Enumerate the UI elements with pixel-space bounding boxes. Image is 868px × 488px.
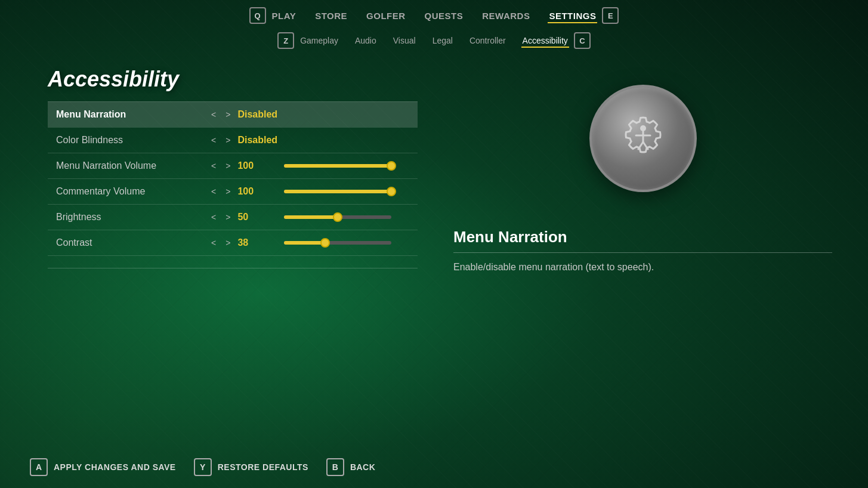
top-nav: Q PLAY STORE GOLFER QUESTS REWARDS SETTI… — [0, 0, 868, 29]
setting-label-narration-volume: Menu Narration Volume — [48, 153, 209, 178]
arrow-left-narration-volume[interactable]: < — [209, 160, 218, 172]
setting-value-contrast: 38 — [237, 237, 279, 248]
back-button[interactable]: B BACK — [326, 458, 375, 476]
nav-item-golfer[interactable]: GOLFER — [365, 8, 407, 23]
back-key: B — [326, 458, 344, 476]
table-row[interactable]: Brightness < > 50 — [48, 204, 418, 230]
tab-accessibility[interactable]: Accessibility — [521, 33, 569, 48]
setting-controls-menu-narration: < > Disabled — [209, 109, 418, 121]
nav-item-settings[interactable]: SETTINGS — [548, 8, 597, 23]
nav-items: PLAY STORE GOLFER QUESTS REWARDS SETTING… — [271, 8, 598, 23]
tab-visual[interactable]: Visual — [392, 33, 417, 48]
back-label: BACK — [350, 462, 375, 472]
tab-legal[interactable]: Legal — [431, 33, 454, 48]
restore-key: Y — [194, 458, 212, 476]
restore-label: RESTORE DEFAULTS — [218, 462, 308, 472]
setting-value-narration-volume: 100 — [237, 160, 279, 171]
description-section: Menu Narration Enable/disable menu narra… — [453, 216, 832, 274]
nav-item-quests[interactable]: QUESTS — [424, 8, 465, 23]
arrow-left-menu-narration[interactable]: < — [209, 109, 218, 121]
bottom-divider — [48, 268, 418, 268]
setting-controls-commentary-volume: < > 100 — [209, 186, 418, 197]
sub-nav-right-key: C — [574, 32, 591, 49]
arrow-left-commentary-volume[interactable]: < — [209, 186, 218, 197]
setting-controls-narration-volume: < > 100 — [209, 160, 418, 172]
arrow-right-narration-volume[interactable]: > — [223, 160, 233, 172]
tab-controller[interactable]: Controller — [468, 33, 507, 48]
apply-button[interactable]: A APPLY CHANGES AND SAVE — [30, 458, 176, 476]
nav-left-key: Q — [249, 7, 266, 24]
setting-label-menu-narration: Menu Narration — [48, 102, 209, 127]
table-row[interactable]: Menu Narration < > Disabled — [48, 101, 418, 127]
nav-item-rewards[interactable]: REWARDS — [481, 8, 531, 23]
table-row[interactable]: Contrast < > 38 — [48, 230, 418, 256]
accessibility-icon — [589, 85, 697, 192]
bottom-bar: A APPLY CHANGES AND SAVE Y RESTORE DEFAU… — [0, 458, 868, 476]
setting-controls-brightness: < > 50 — [209, 211, 418, 223]
table-row[interactable]: Commentary Volume < > 100 — [48, 178, 418, 204]
tab-audio[interactable]: Audio — [354, 33, 378, 48]
setting-label-contrast: Contrast — [48, 230, 209, 255]
arrow-right-contrast[interactable]: > — [223, 237, 233, 249]
page-title: Accessibility — [48, 67, 418, 92]
setting-label-color-blindness: Color Blindness — [48, 128, 209, 153]
restore-button[interactable]: Y RESTORE DEFAULTS — [194, 458, 308, 476]
table-row[interactable]: Menu Narration Volume < > 100 — [48, 153, 418, 178]
setting-controls-color-blindness: < > Disabled — [209, 134, 418, 146]
sub-nav-left-key: Z — [277, 32, 294, 49]
svg-line-3 — [638, 142, 643, 149]
svg-line-4 — [643, 142, 648, 149]
main-content: Accessibility Menu Narration < > Disable… — [0, 55, 868, 274]
slider-narration-volume[interactable] — [284, 164, 391, 168]
slider-contrast[interactable] — [284, 241, 391, 245]
arrow-right-color-blindness[interactable]: > — [223, 134, 233, 146]
arrow-left-contrast[interactable]: < — [209, 237, 218, 249]
setting-value-color-blindness: Disabled — [237, 135, 279, 146]
apply-label: APPLY CHANGES AND SAVE — [54, 462, 176, 472]
nav-item-store[interactable]: STORE — [314, 8, 348, 23]
setting-controls-contrast: < > 38 — [209, 237, 418, 249]
slider-commentary-volume[interactable] — [284, 190, 391, 193]
arrow-right-menu-narration[interactable]: > — [223, 109, 233, 121]
left-panel: Accessibility Menu Narration < > Disable… — [48, 67, 418, 274]
setting-value-brightness: 50 — [237, 212, 279, 223]
setting-label-brightness: Brightness — [48, 205, 209, 230]
sub-nav-items: Gameplay Audio Visual Legal Controller A… — [299, 33, 569, 48]
nav-right-key: E — [602, 7, 619, 24]
settings-table: Menu Narration < > Disabled Color Blindn… — [48, 101, 418, 256]
setting-label-commentary-volume: Commentary Volume — [48, 179, 209, 204]
slider-brightness[interactable] — [284, 215, 391, 219]
arrow-right-brightness[interactable]: > — [223, 211, 233, 223]
setting-value-menu-narration: Disabled — [237, 109, 279, 120]
table-row[interactable]: Color Blindness < > Disabled — [48, 127, 418, 153]
description-title: Menu Narration — [453, 228, 832, 253]
arrow-right-commentary-volume[interactable]: > — [223, 186, 233, 197]
arrow-left-brightness[interactable]: < — [209, 211, 218, 223]
sub-nav: Z Gameplay Audio Visual Legal Controller… — [0, 29, 868, 55]
right-panel: Menu Narration Enable/disable menu narra… — [453, 67, 832, 274]
setting-value-commentary-volume: 100 — [237, 186, 279, 197]
nav-item-play[interactable]: PLAY — [271, 8, 298, 23]
tab-gameplay[interactable]: Gameplay — [299, 33, 339, 48]
apply-key: A — [30, 458, 48, 476]
accessibility-svg — [613, 109, 673, 168]
description-text: Enable/disable menu narration (text to s… — [453, 260, 832, 274]
arrow-left-color-blindness[interactable]: < — [209, 134, 218, 146]
